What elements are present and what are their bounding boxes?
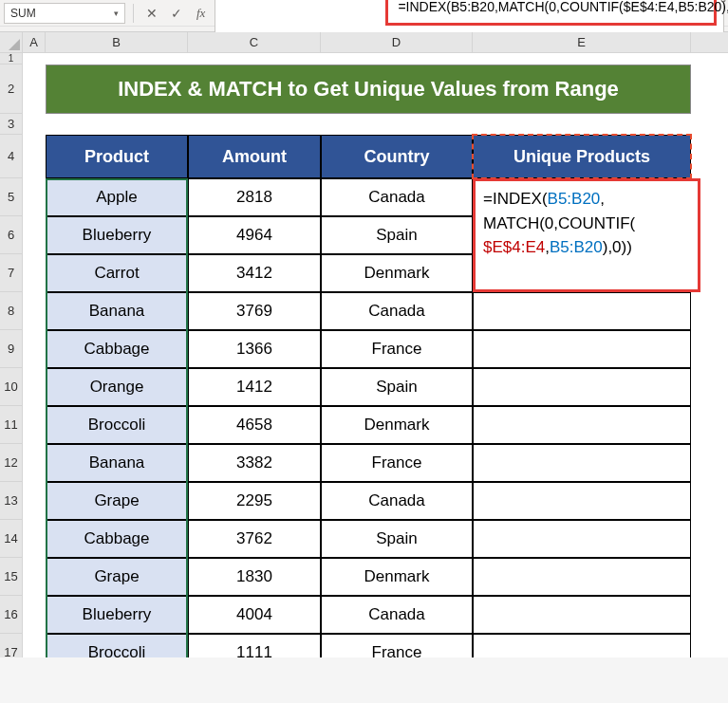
col-header-d[interactable]: D (321, 32, 473, 52)
col-header-a[interactable]: A (23, 32, 46, 52)
cell-amount[interactable]: 4964 (188, 216, 321, 254)
header-country: Country (321, 135, 473, 178)
name-box-value: SUM (10, 7, 36, 20)
cell-amount[interactable]: 1111 (188, 634, 321, 657)
row-header-17[interactable]: 17 (0, 634, 22, 657)
row-header-2[interactable]: 2 (0, 65, 22, 114)
page-title: INDEX & MATCH to Get Unique Values from … (46, 65, 691, 114)
cell-unique[interactable] (473, 368, 691, 406)
cell-amount[interactable]: 1366 (188, 330, 321, 368)
table-header-row: Product Amount Country Unique Products (46, 135, 691, 178)
fr2: $E$4:E4 (483, 238, 545, 256)
cell-product[interactable]: Cabbage (46, 330, 188, 368)
expand-formula-bar-icon[interactable]: ⌄ (719, 0, 728, 6)
cell-unique[interactable] (473, 558, 691, 596)
col-header-b[interactable]: B (46, 32, 188, 52)
cell-product[interactable]: Banana (46, 444, 188, 482)
cell-product[interactable]: Grape (46, 482, 188, 520)
table-row: Blueberry4004Canada (46, 596, 691, 634)
header-amount-label: Amount (222, 147, 287, 167)
row-header-10[interactable]: 10 (0, 368, 22, 406)
table-row: Cabbage1366France (46, 330, 691, 368)
cell-country[interactable]: Denmark (321, 406, 473, 444)
fp3: MATCH(0,COUNTIF( (483, 214, 635, 232)
cell-amount[interactable]: 1830 (188, 558, 321, 596)
formula-bar-wrap: =INDEX(B5:B20,MATCH(0,COUNTIF($E$4:E4,B5… (215, 0, 724, 36)
cell-product[interactable]: Cabbage (46, 520, 188, 558)
cell-product[interactable]: Blueberry (46, 216, 188, 254)
cell-country[interactable]: France (321, 330, 473, 368)
cell-unique[interactable] (473, 596, 691, 634)
fr1: B5:B20 (548, 190, 601, 208)
table-row: Grape1830Denmark (46, 558, 691, 596)
cell-amount[interactable]: 3382 (188, 444, 321, 482)
sheet-area: A B C D E 1 2 3 4 5 6 7 8 9 10 11 12 13 … (0, 32, 728, 657)
cell-amount[interactable]: 1412 (188, 368, 321, 406)
table-row: Banana3769Canada (46, 292, 691, 330)
cell-country[interactable]: France (321, 444, 473, 482)
cell-country[interactable]: Canada (321, 596, 473, 634)
row-header-1[interactable]: 1 (0, 53, 22, 65)
cell-unique[interactable] (473, 406, 691, 444)
cell-product[interactable]: Apple (46, 178, 188, 216)
row-header-15[interactable]: 15 (0, 558, 22, 596)
cell-product[interactable]: Banana (46, 292, 188, 330)
name-box[interactable]: SUM ▾ (4, 3, 125, 24)
cell-country[interactable]: Spain (321, 216, 473, 254)
cell-country[interactable]: Canada (321, 178, 473, 216)
row-header-3[interactable]: 3 (0, 114, 22, 135)
cell-amount[interactable]: 4004 (188, 596, 321, 634)
insert-function-icon[interactable]: fx (196, 6, 205, 21)
cell-country[interactable]: Denmark (321, 254, 473, 292)
cell-product[interactable]: Orange (46, 368, 188, 406)
row-header-8[interactable]: 8 (0, 292, 22, 330)
formula-bar[interactable] (215, 0, 724, 36)
cell-amount[interactable]: 2295 (188, 482, 321, 520)
cell-e5-formula-overlay[interactable]: =INDEX(B5:B20, MATCH(0,COUNTIF( $E$4:E4,… (473, 178, 700, 292)
cell-country[interactable]: Spain (321, 520, 473, 558)
cell-country[interactable]: Canada (321, 292, 473, 330)
cell-country[interactable]: France (321, 634, 473, 657)
row-header-13[interactable]: 13 (0, 482, 22, 520)
cancel-icon[interactable]: ✕ (141, 3, 162, 24)
cell-unique[interactable] (473, 482, 691, 520)
cell-product[interactable]: Broccoli (46, 634, 188, 657)
cell-amount[interactable]: 3769 (188, 292, 321, 330)
row-header-7[interactable]: 7 (0, 254, 22, 292)
select-all-corner[interactable] (0, 32, 23, 53)
cell-product[interactable]: Broccoli (46, 406, 188, 444)
cell-unique[interactable] (473, 634, 691, 657)
cell-unique[interactable] (473, 330, 691, 368)
header-product-label: Product (84, 147, 149, 167)
cell-country[interactable]: Canada (321, 482, 473, 520)
row-header-11[interactable]: 11 (0, 406, 22, 444)
cell-unique[interactable] (473, 520, 691, 558)
cell-product[interactable]: Blueberry (46, 596, 188, 634)
cell-amount[interactable]: 2818 (188, 178, 321, 216)
cell-amount[interactable]: 3412 (188, 254, 321, 292)
cell-unique[interactable] (473, 292, 691, 330)
cell-product[interactable]: Carrot (46, 254, 188, 292)
col-header-e[interactable]: E (473, 32, 691, 52)
row-header-16[interactable]: 16 (0, 596, 22, 634)
cell-amount[interactable]: 3762 (188, 520, 321, 558)
chevron-down-icon[interactable]: ▾ (114, 9, 119, 18)
row-header-12[interactable]: 12 (0, 444, 22, 482)
table-row: Grape2295Canada (46, 482, 691, 520)
col-header-c[interactable]: C (188, 32, 321, 52)
cell-country[interactable]: Denmark (321, 558, 473, 596)
cell-product[interactable]: Grape (46, 558, 188, 596)
row-header-5[interactable]: 5 (0, 178, 22, 216)
row-header-14[interactable]: 14 (0, 520, 22, 558)
cell-amount[interactable]: 4658 (188, 406, 321, 444)
title-text: INDEX & MATCH to Get Unique Values from … (118, 77, 619, 102)
row-header-6[interactable]: 6 (0, 216, 22, 254)
cell-unique[interactable] (473, 444, 691, 482)
fp1: =INDEX( (483, 190, 548, 208)
separator (133, 4, 134, 23)
row-header-4[interactable]: 4 (0, 135, 22, 178)
grid[interactable]: INDEX & MATCH to Get Unique Values from … (23, 53, 728, 657)
cell-country[interactable]: Spain (321, 368, 473, 406)
row-header-9[interactable]: 9 (0, 330, 22, 368)
confirm-icon[interactable]: ✓ (166, 3, 187, 24)
